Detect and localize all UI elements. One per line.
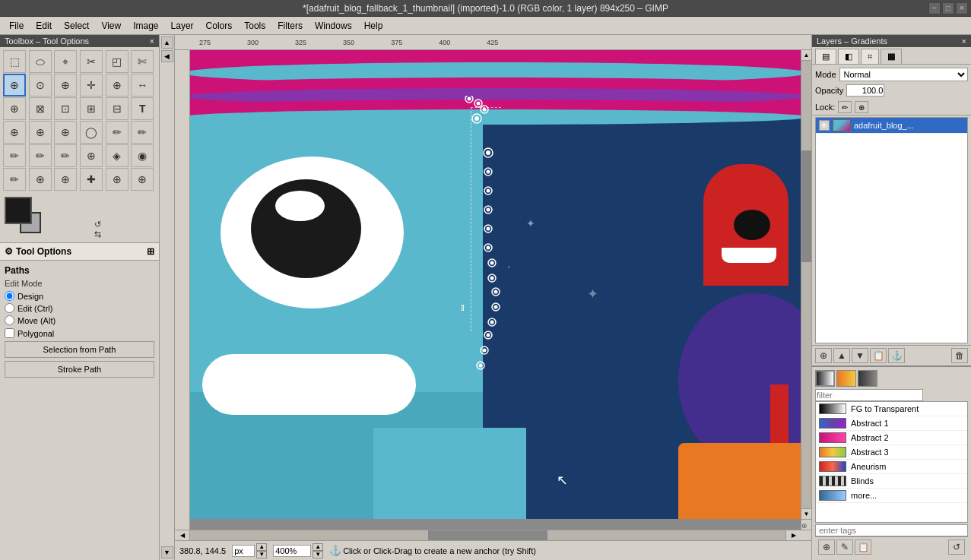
- menu-item-colors[interactable]: Colors: [200, 19, 239, 33]
- tab-gradients[interactable]: ▦: [881, 49, 902, 64]
- dodge-burn-btn[interactable]: ◈: [106, 144, 129, 167]
- eraser-tool-btn[interactable]: ✏: [3, 144, 26, 167]
- scissors-tool-btn[interactable]: ✄: [131, 50, 154, 73]
- list-item[interactable]: FG to Transparent: [816, 402, 967, 416]
- scroll-h-thumb[interactable]: [428, 530, 547, 540]
- scroll-down-btn[interactable]: ▼: [801, 508, 811, 519]
- scale-tool-btn[interactable]: ⊠: [29, 97, 52, 120]
- menu-item-windows[interactable]: Windows: [309, 19, 358, 33]
- selection-from-path-button[interactable]: Selection from Path: [5, 341, 154, 358]
- reset-colors-icon[interactable]: ↺: [94, 220, 101, 229]
- delete-layer-button[interactable]: 🗑: [951, 348, 968, 363]
- bucket-fill-btn[interactable]: ⊕: [29, 168, 52, 191]
- polygonal-checkbox[interactable]: [5, 328, 14, 338]
- scroll-v-track[interactable]: [801, 61, 811, 508]
- scroll-v-thumb[interactable]: [801, 150, 811, 262]
- lock-pixels-btn[interactable]: ✏: [838, 101, 852, 113]
- menu-item-edit[interactable]: Edit: [30, 19, 58, 33]
- tab-layers[interactable]: ▤: [815, 49, 836, 64]
- foreground-color-swatch[interactable]: [5, 197, 32, 224]
- paths-tool-btn[interactable]: ⊕: [3, 74, 26, 96]
- menu-item-tools[interactable]: Tools: [238, 19, 271, 33]
- ink-tool-btn[interactable]: ✏: [54, 144, 77, 167]
- list-item[interactable]: Abstract 3: [816, 445, 967, 460]
- shear-tool-btn[interactable]: ⊡: [54, 97, 77, 120]
- convolve-btn[interactable]: ✏: [3, 168, 26, 191]
- swap-colors-icon[interactable]: ⇆: [94, 229, 101, 239]
- unit-step-up[interactable]: ▲: [256, 543, 267, 551]
- nav-bottom-1[interactable]: ▼: [161, 546, 173, 558]
- menu-item-select[interactable]: Select: [58, 19, 95, 33]
- nav-side-1[interactable]: ◀: [161, 50, 173, 62]
- right-panel-close[interactable]: ×: [962, 36, 966, 46]
- mode-select[interactable]: Normal Dissolve Multiply Screen: [839, 68, 968, 81]
- flip-tool-btn[interactable]: ⊟: [106, 97, 129, 120]
- refresh-gradients-button[interactable]: ↺: [948, 539, 965, 555]
- lock-position-btn[interactable]: ⊕: [855, 101, 868, 113]
- tool-options-expand[interactable]: ⊞: [147, 246, 154, 257]
- menu-item-help[interactable]: Help: [358, 19, 389, 33]
- rect-select-tool-btn[interactable]: ⬚: [3, 50, 26, 73]
- duplicate-layer-button[interactable]: 📋: [870, 348, 887, 363]
- list-item[interactable]: Abstract 1: [816, 416, 967, 431]
- blur-sharpen-btn[interactable]: ◯: [80, 121, 103, 144]
- scroll-left-btn[interactable]: ◀: [175, 530, 190, 540]
- stroke-path-button[interactable]: Stroke Path: [5, 361, 154, 378]
- fuzzy-select-tool-btn[interactable]: ✂: [80, 50, 103, 73]
- minimize-button[interactable]: −: [928, 2, 941, 14]
- maximize-button[interactable]: □: [942, 2, 954, 14]
- clone-stamp-btn[interactable]: ⊕: [80, 144, 103, 167]
- ellipse-select-tool-btn[interactable]: ⬭: [29, 50, 52, 73]
- scroll-right-btn[interactable]: ▶: [785, 530, 801, 540]
- align-tool-btn[interactable]: ⊕: [106, 74, 129, 96]
- unit-input[interactable]: [232, 545, 255, 557]
- color-gradient-swatch[interactable]: [836, 370, 856, 387]
- paintbrush-tool-btn[interactable]: ✏: [131, 121, 154, 144]
- scroll-h-track[interactable]: [190, 530, 785, 540]
- close-button[interactable]: ×: [956, 2, 968, 14]
- layer-visibility-toggle[interactable]: 👁: [819, 120, 830, 131]
- zoom-step-up[interactable]: ▲: [313, 543, 323, 551]
- color-replace-btn[interactable]: ⊕: [106, 168, 129, 191]
- blend-btn[interactable]: ⊕: [54, 168, 77, 191]
- new-gradient-button[interactable]: ⊕: [818, 539, 835, 555]
- opacity-input[interactable]: [846, 84, 884, 96]
- move-tool-btn[interactable]: ✛: [80, 74, 103, 96]
- tab-paths[interactable]: ⌗: [861, 49, 879, 64]
- scroll-up-btn[interactable]: ▲: [801, 50, 811, 61]
- fg-select-btn[interactable]: ✚: [80, 168, 103, 191]
- clone-tool-btn[interactable]: ⊕: [3, 121, 26, 144]
- list-item[interactable]: more...: [816, 489, 967, 503]
- menu-item-view[interactable]: View: [95, 19, 127, 33]
- fg-gradient-swatch[interactable]: [815, 370, 835, 387]
- lower-layer-button[interactable]: ▼: [852, 348, 868, 363]
- by-color-tool-btn[interactable]: ◰: [106, 50, 129, 73]
- list-item[interactable]: Blinds: [816, 474, 967, 489]
- menu-item-filters[interactable]: Filters: [271, 19, 309, 33]
- menu-item-image[interactable]: Image: [127, 19, 164, 33]
- free-select-tool-btn[interactable]: ⌖: [54, 50, 77, 73]
- menu-item-file[interactable]: File: [3, 19, 30, 33]
- list-item[interactable]: Aneurism: [816, 460, 967, 474]
- tags-input[interactable]: [815, 524, 968, 536]
- raise-layer-button[interactable]: ▲: [833, 348, 850, 363]
- move-radio[interactable]: [5, 315, 14, 325]
- text-tool-btn[interactable]: T: [131, 97, 154, 120]
- extra-btn[interactable]: ⊕: [131, 168, 154, 191]
- design-radio[interactable]: [5, 291, 14, 301]
- measure-tool-btn[interactable]: ⊕: [54, 74, 77, 96]
- duplicate-gradient-button[interactable]: 📋: [855, 539, 871, 555]
- pencil-tool-btn[interactable]: ✏: [106, 121, 129, 144]
- new-layer-button[interactable]: ⊕: [815, 348, 832, 363]
- gradient-filter-input[interactable]: [815, 389, 923, 401]
- zoom-step-down[interactable]: ▼: [313, 551, 323, 558]
- tab-channels[interactable]: ◧: [838, 49, 859, 64]
- crop-tool-btn[interactable]: ↔: [131, 74, 154, 96]
- list-item[interactable]: Abstract 2: [816, 431, 967, 445]
- perspective-clone-btn[interactable]: ⊕: [54, 121, 77, 144]
- airbrush-tool-btn[interactable]: ✏: [29, 144, 52, 167]
- bg-gradient-swatch[interactable]: [858, 370, 877, 387]
- unit-step-down[interactable]: ▼: [256, 551, 267, 558]
- table-row[interactable]: 👁 adafruit_blog_...: [816, 118, 967, 134]
- zoom-input[interactable]: [273, 545, 311, 557]
